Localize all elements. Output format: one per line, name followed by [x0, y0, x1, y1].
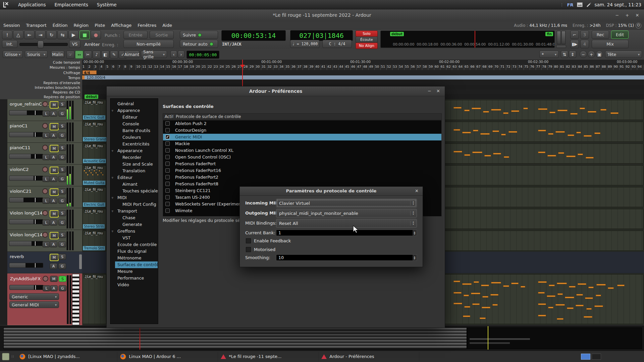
zoom-focus-combo[interactable]: Tête▾ [605, 51, 642, 58]
menu-systeme[interactable]: Système [97, 2, 117, 7]
midi-note[interactable] [567, 307, 574, 309]
group-button[interactable]: G [59, 285, 66, 291]
snapshot-count-button[interactable]: 3 [580, 31, 589, 39]
combo-spin-icons[interactable]: ▴▾ [410, 211, 414, 216]
midi-region-tail[interactable] [444, 143, 643, 164]
midi-region-start[interactable]: ♫Le_fil_rouStereo Strin [83, 209, 106, 229]
ardour-menu-2[interactable]: Édition [53, 23, 68, 28]
mute-button[interactable]: M [50, 145, 59, 152]
primary-clock[interactable]: 00:00:53:14 [221, 30, 286, 41]
patch-change-label[interactable]: Muted Guita [83, 181, 105, 185]
edit-point-combo[interactable]: Glisse▾ [3, 51, 23, 58]
expand-tracks-icon[interactable]: ⇕ [569, 51, 576, 58]
record-enable-button[interactable] [43, 276, 48, 282]
midi-region-start[interactable]: ♫Le_fil_rouStereo Grand [83, 122, 106, 142]
expander-icon[interactable]: ▿ [112, 174, 113, 181]
midi-note[interactable] [472, 108, 481, 109]
track-header-6[interactable]: Violon longC1416 1MSLAG [7, 230, 82, 252]
gain-fader[interactable] [9, 176, 43, 181]
midi-note[interactable] [462, 283, 472, 285]
taskbar-item-0[interactable]: [Linux MAO | zynadds... [17, 352, 117, 361]
midi-note[interactable] [464, 306, 470, 308]
notification-grip-icon[interactable]: ⋮ [560, 3, 564, 7]
play-button[interactable]: ▶ [68, 31, 79, 39]
ruler-label-7[interactable]: Repères de position [0, 95, 82, 99]
checkbox-unchecked[interactable] [165, 188, 170, 193]
window-list-applet-icon[interactable] [2, 353, 9, 360]
solo-button[interactable]: S [58, 210, 66, 216]
checkbox-unchecked[interactable] [165, 141, 170, 146]
tool-cut-icon[interactable]: ✂ [84, 51, 92, 59]
midi-note[interactable] [617, 285, 625, 286]
go-start-button[interactable]: ⇤ [24, 31, 35, 39]
checkbox-unchecked[interactable] [165, 182, 170, 186]
pref-tree-item[interactable]: Recorder [110, 154, 158, 161]
level-button[interactable]: L [42, 176, 50, 182]
mute-button[interactable]: M [50, 101, 59, 109]
group-button[interactable]: G [58, 263, 66, 269]
midi-note[interactable] [608, 287, 614, 289]
midi-note[interactable] [511, 283, 519, 284]
pref-tree-item[interactable]: Barre d'outils [110, 127, 158, 134]
record-enable-button[interactable] [42, 188, 48, 194]
midi-note[interactable] [594, 132, 600, 134]
gain-fader[interactable] [9, 197, 43, 202]
preferences-close-icon[interactable]: ✕ [436, 88, 440, 94]
group-button[interactable]: G [58, 111, 66, 117]
checkbox-unchecked[interactable] [165, 175, 170, 179]
mute-button[interactable]: M [50, 167, 59, 174]
level-button[interactable]: L [42, 132, 50, 138]
midi-note[interactable] [484, 155, 491, 157]
record-enable-button[interactable] [42, 123, 48, 129]
session-start-marker[interactable]: début [85, 95, 98, 99]
pref-tree-item[interactable]: ▿MIDI [110, 194, 158, 201]
mute-button[interactable]: M [50, 232, 59, 239]
snap-button[interactable]: Aimant [124, 51, 140, 58]
ruler-label-0[interactable]: Code temporel [0, 60, 82, 65]
auto-return-button[interactable]: Retour auto [180, 40, 218, 48]
field-combo-1[interactable]: physical_midi_input_monitor_enable▴▾ [276, 209, 417, 218]
midi-note[interactable] [558, 152, 564, 154]
fit-vertical-icon[interactable]: ⇅ [561, 51, 568, 58]
zoom-in-icon[interactable]: + [588, 51, 595, 58]
pref-tree-item[interactable]: Flux du signal [110, 248, 158, 255]
midi-note[interactable] [474, 281, 479, 283]
solo-button[interactable]: S [58, 188, 66, 194]
no-align-button[interactable]: No Align [356, 43, 378, 49]
automation-button[interactable]: A [50, 241, 57, 247]
tempo-marker-icon[interactable] [82, 75, 85, 79]
ardour-menu-6[interactable]: Fenêtres [138, 23, 156, 28]
pref-tree-item[interactable]: Mesure [110, 268, 158, 275]
midi-note[interactable] [471, 293, 480, 294]
end-marker-flag[interactable]: fin [545, 32, 553, 36]
midi-note[interactable] [521, 286, 525, 288]
meter-button[interactable]: C : 4/4 [322, 40, 352, 48]
pref-tree-item[interactable]: Éditeur [110, 114, 158, 121]
checkbox-unchecked[interactable] [165, 155, 170, 159]
level-button[interactable]: L [42, 198, 50, 204]
track-header-2[interactable]: pianoC11MSLAG [7, 143, 82, 165]
solo-button[interactable]: S [58, 167, 66, 173]
protocol-table-header[interactable]: Actif Protocole de surface de contrôle [163, 113, 442, 120]
group-button[interactable]: G [58, 132, 66, 138]
secondary-clock-bbt[interactable]: 027|03|1846 [290, 30, 353, 41]
midi-note[interactable] [472, 152, 482, 153]
sync-source-label[interactable]: INT/JACK [222, 42, 241, 47]
mute-button[interactable]: M [50, 188, 59, 196]
midi-note[interactable] [453, 107, 462, 109]
taskbar-item-1[interactable]: Linux MAO | Ardour 6 ... [117, 352, 218, 361]
ruler-row-4[interactable] [82, 80, 644, 85]
midi-note[interactable] [586, 157, 594, 159]
pref-tree-item[interactable]: ▿Greffons [110, 228, 158, 235]
pref-tree-item[interactable]: Général [110, 101, 158, 107]
ruler-label-6[interactable]: Repères de CD [0, 90, 82, 95]
spin-arrows-icon[interactable]: ▲▼ [413, 255, 417, 260]
patch-change-label[interactable]: Tremolo Stri [83, 246, 105, 250]
checkbox-unchecked[interactable] [165, 202, 170, 206]
midi-note[interactable] [538, 130, 546, 131]
midi-region-start[interactable]: ♫Le_fil_rouElectric Guit [83, 100, 106, 120]
workspace-inactive[interactable] [592, 354, 601, 360]
solo-button[interactable]: S [58, 123, 66, 129]
level-button[interactable]: L [42, 111, 50, 117]
midi-note[interactable] [569, 286, 576, 288]
